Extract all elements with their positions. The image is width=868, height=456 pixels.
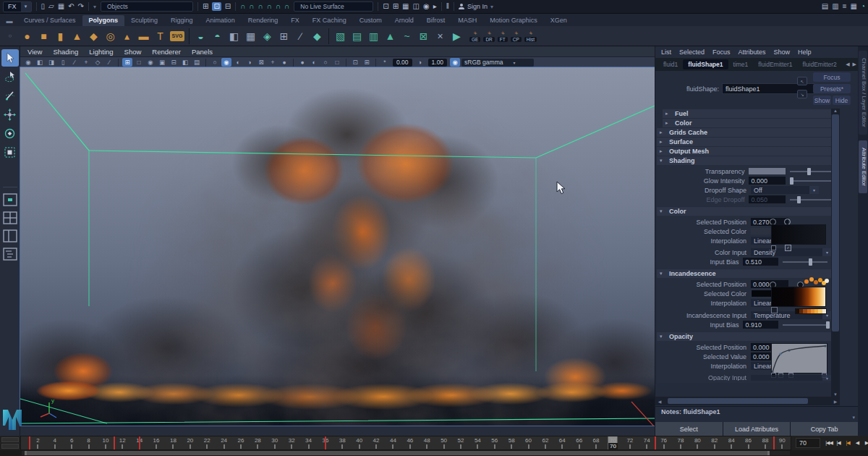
color-ramp[interactable]: ✓	[771, 219, 829, 250]
ae-menu-list[interactable]: List	[661, 48, 671, 56]
play-forward-button[interactable]: ▶	[862, 438, 868, 448]
ramp-key-swatches[interactable]	[796, 309, 826, 313]
target-weld-icon[interactable]: ▤	[349, 28, 365, 45]
scroll-right-icon[interactable]: ▶	[831, 399, 840, 404]
ramp-marker[interactable]	[804, 279, 809, 284]
save-scene-icon[interactable]: ▦	[58, 3, 64, 10]
layout-single-pane[interactable]	[2, 192, 18, 208]
shelf-menu-icon[interactable]: ▬	[1, 17, 17, 26]
ae-section-shading[interactable]: ▾ Shading	[657, 156, 838, 165]
xray-icon[interactable]: ◐	[309, 58, 319, 67]
ramp-marker[interactable]	[809, 277, 814, 282]
scrollbar-thumb[interactable]	[832, 114, 839, 332]
poly-torus-icon[interactable]: ◎	[102, 28, 119, 45]
color-input-bias-field[interactable]: 0.510	[743, 258, 778, 266]
ae-menu-show[interactable]: Show	[774, 48, 791, 56]
notes-expand-icon[interactable]: ▾	[852, 415, 855, 421]
layout-two-pane[interactable]	[2, 228, 18, 244]
color-input-bias-slider[interactable]	[783, 261, 827, 263]
step-back-frame-button[interactable]: |◀	[834, 438, 843, 448]
render-settings-icon[interactable]: ◫	[413, 3, 420, 10]
svg-tool-icon[interactable]: SVG	[170, 31, 184, 41]
incand-input-bias-field[interactable]: 0.910	[743, 321, 778, 329]
shelf-tab-rigging[interactable]: Rigging	[164, 15, 200, 26]
ae-section-output-mesh[interactable]: ▸Output Mesh	[657, 147, 838, 156]
boolean-difference-icon[interactable]: ◓	[209, 28, 226, 45]
layout-four-pane[interactable]	[2, 210, 18, 226]
snap-magnet-4-icon[interactable]: ∩	[267, 3, 272, 10]
tab-scroll-right-icon[interactable]: ▶	[851, 62, 858, 67]
safe-title-icon[interactable]: ▤	[192, 58, 202, 67]
shelf-tab-rendering[interactable]: Rendering	[242, 15, 285, 26]
go-to-start-button[interactable]: |◀◀	[825, 438, 833, 448]
hist-shelf-icon[interactable]: +Hist	[524, 30, 537, 42]
poly-plane-icon[interactable]: ◆	[85, 28, 102, 45]
open-scene-icon[interactable]: ▱	[48, 3, 54, 10]
ge-shelf-icon[interactable]: +GE	[469, 30, 480, 42]
greasepencil-icon[interactable]: ∕	[104, 58, 114, 67]
subdivide-icon[interactable]: ⊞	[276, 28, 292, 45]
paint-select-tool[interactable]	[1, 87, 19, 104]
sync-icon[interactable]: ◔	[861, 3, 865, 10]
viewport-renderer-icon[interactable]: ⊡	[350, 58, 360, 67]
shelf-tab-polygons[interactable]: Polygons	[82, 15, 125, 26]
launch-render-icon[interactable]: ▸	[433, 3, 437, 10]
ramp-marker[interactable]	[814, 280, 818, 284]
opacity-curve[interactable]	[771, 343, 829, 375]
poly-cylinder-icon[interactable]: ▮	[52, 28, 69, 45]
wireframe-icon[interactable]: ○	[210, 58, 220, 67]
new-scene-icon[interactable]: ▯	[41, 3, 46, 10]
hypershade-icon[interactable]: ◉	[423, 3, 430, 10]
lasso-tool[interactable]	[1, 68, 19, 85]
poly-pyramid-icon[interactable]: ▴	[119, 28, 135, 45]
boolean-union-icon[interactable]: ◒	[192, 28, 209, 45]
ae-section-grids-cache[interactable]: ▸Grids Cache	[657, 128, 838, 137]
poly-sphere-icon[interactable]: ●	[19, 28, 35, 45]
smooth-icon[interactable]: ◈	[259, 28, 276, 45]
bookmark-icon[interactable]: ▯	[58, 58, 68, 67]
opacity-curve-graph[interactable]	[771, 343, 827, 373]
opacity-input-dropdown[interactable]: ▾	[751, 375, 832, 381]
snap-magnet-5-icon[interactable]: ∩	[276, 3, 281, 10]
redo-icon[interactable]: ↷	[78, 3, 84, 10]
field-chart-icon[interactable]: ⊟	[169, 58, 179, 67]
viewport-menu-shading[interactable]: Shading	[53, 48, 78, 56]
snap-to-grid-icon[interactable]: ⊞	[203, 3, 208, 10]
view-transform-dropdown[interactable]: sRGB gamma ▾	[461, 59, 534, 67]
step-back-key-button[interactable]: |◀	[843, 438, 852, 448]
poly-text-icon[interactable]: T	[152, 28, 169, 45]
mirror-icon[interactable]: ⊠	[415, 28, 432, 45]
timeline-ruler[interactable]: 2468101214161820222426283032343638404244…	[20, 436, 791, 450]
camera-attributes-icon[interactable]: ◨	[46, 58, 56, 67]
ae-menu-selected[interactable]: Selected	[679, 48, 705, 56]
anim-layer-toggles[interactable]	[1, 437, 19, 449]
play-sim-icon[interactable]: ▶	[448, 28, 465, 45]
edge-dropoff-field[interactable]: 0.050	[749, 195, 786, 203]
textured-icon[interactable]: ◐	[233, 58, 243, 67]
ae-menu-focus[interactable]: Focus	[712, 48, 731, 56]
incandescence-ramp[interactable]	[771, 281, 829, 313]
exposure-icon[interactable]: *	[380, 58, 390, 67]
poly-pipe-icon[interactable]: ▬	[135, 28, 152, 45]
ae-select-button[interactable]: Select	[655, 422, 723, 436]
dropoff-shape-dropdown[interactable]: Off ▾	[751, 186, 819, 194]
scroll-up-icon[interactable]: ▲	[831, 109, 840, 113]
move-tool[interactable]	[1, 106, 19, 123]
gamma-icon[interactable]: ◑	[415, 58, 425, 67]
screen-ao-icon[interactable]: +	[268, 58, 278, 67]
gate-mask-icon[interactable]: ▣	[157, 58, 167, 67]
poly-cube-icon[interactable]: ■	[35, 28, 52, 45]
multi-cut-icon[interactable]: ▧	[332, 28, 349, 45]
shelf-tab-sculpting[interactable]: Sculpting	[124, 15, 164, 26]
film-gate-icon[interactable]: □	[134, 58, 144, 67]
wire-on-shaded-icon[interactable]: ○	[320, 58, 331, 67]
select-camera-icon[interactable]: ◉	[23, 58, 33, 67]
motion-blur-icon[interactable]: ●	[279, 58, 289, 67]
glow-intensity-field[interactable]: 0.000	[749, 177, 786, 185]
2d-pan-zoom-icon[interactable]: +	[81, 58, 91, 67]
incand-input-bias-slider[interactable]	[783, 324, 827, 326]
ramp-checkbox[interactable]	[771, 307, 778, 313]
default-material-icon[interactable]: ●	[297, 58, 307, 67]
viewport-menu-lighting[interactable]: Lighting	[89, 48, 113, 56]
shelf-tab-xgen[interactable]: XGen	[544, 15, 574, 26]
